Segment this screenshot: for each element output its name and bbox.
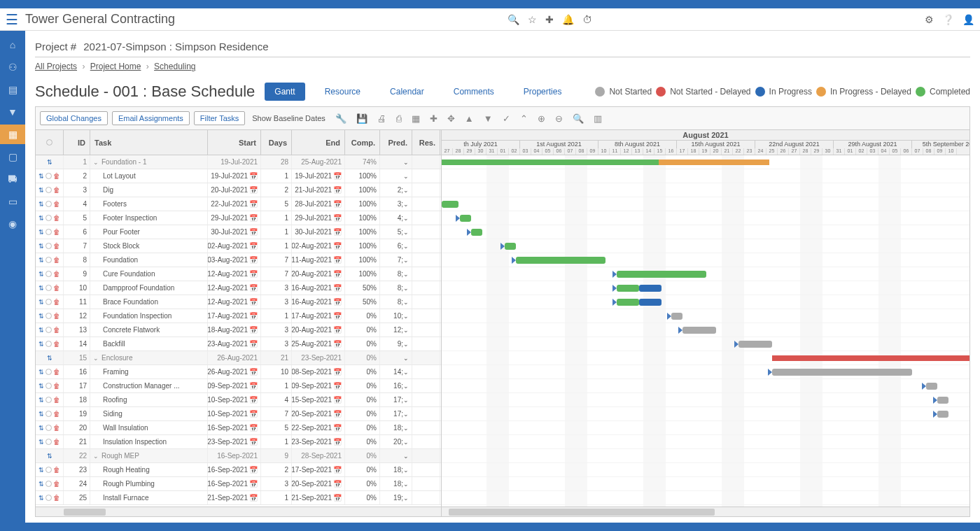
chevron-down-icon[interactable]: ⌄ bbox=[403, 201, 409, 208]
calendar-icon[interactable]: 📅 bbox=[249, 256, 258, 264]
task-pred[interactable]: 8;⌄ bbox=[380, 267, 412, 281]
search2-icon[interactable]: 🔍 bbox=[570, 113, 587, 124]
task-days[interactable]: 9 bbox=[261, 449, 292, 462]
task-res[interactable] bbox=[412, 365, 440, 378]
task-row[interactable]: ⇅🗑16Framing26-Aug-2021📅1008-Sep-2021📅0%1… bbox=[36, 365, 441, 379]
calendar-icon[interactable]: 📅 bbox=[333, 186, 342, 194]
task-end[interactable]: 16-Aug-2021📅 bbox=[292, 295, 345, 309]
calendar-icon[interactable]: 📅 bbox=[333, 368, 342, 376]
menu-icon[interactable]: ☰ bbox=[6, 11, 18, 28]
user-icon[interactable]: 👤 bbox=[962, 14, 974, 25]
task-start[interactable]: 30-Jul-2021📅 bbox=[208, 225, 261, 239]
task-comp[interactable]: 0% bbox=[345, 449, 380, 462]
select-radio[interactable] bbox=[46, 201, 52, 207]
reorder-icon[interactable]: ⇅ bbox=[38, 369, 44, 376]
select-radio[interactable] bbox=[46, 187, 52, 193]
trash-icon[interactable]: 🗑 bbox=[53, 270, 60, 278]
down-icon[interactable]: ▼ bbox=[481, 113, 496, 124]
collapse-icon[interactable]: ⌃ bbox=[517, 113, 531, 124]
plus-icon[interactable]: ✚ bbox=[545, 14, 554, 25]
calendar-icon[interactable]: 📅 bbox=[249, 480, 258, 488]
task-end[interactable]: 22-Sep-2021📅 bbox=[292, 421, 345, 434]
reorder-icon[interactable]: ⇅ bbox=[38, 299, 44, 306]
select-radio[interactable] bbox=[46, 299, 52, 305]
select-radio[interactable] bbox=[46, 341, 52, 347]
task-res[interactable] bbox=[412, 323, 440, 337]
task-start[interactable]: 19-Jul-2021 bbox=[208, 155, 261, 169]
calendar-icon[interactable]: 📅 bbox=[249, 466, 258, 474]
calendar-icon[interactable]: 📅 bbox=[333, 326, 342, 334]
task-name[interactable]: Siding bbox=[90, 407, 208, 420]
calendar-icon[interactable]: 📅 bbox=[249, 410, 258, 418]
select-radio[interactable] bbox=[46, 495, 52, 501]
gantt-bar[interactable] bbox=[460, 215, 471, 222]
reorder-icon[interactable]: ⇅ bbox=[47, 453, 52, 460]
task-start[interactable]: 21-Sep-2021📅 bbox=[208, 491, 261, 504]
task-pred[interactable]: 6;⌄ bbox=[380, 239, 412, 253]
task-start[interactable]: 10-Sep-2021📅 bbox=[208, 407, 261, 420]
task-start[interactable]: 19-Jul-2021📅 bbox=[208, 169, 261, 183]
gantt-bar[interactable] bbox=[617, 271, 706, 278]
chevron-down-icon[interactable]: ⌄ bbox=[403, 495, 409, 502]
calendar-icon[interactable]: 📅 bbox=[333, 270, 342, 278]
calendar-icon[interactable]: 📅 bbox=[249, 340, 258, 348]
gantt-bar[interactable] bbox=[772, 355, 969, 361]
task-comp[interactable]: 100% bbox=[345, 239, 380, 253]
task-name[interactable]: Foundation bbox=[90, 253, 208, 267]
trash-icon[interactable]: 🗑 bbox=[53, 438, 60, 446]
task-days[interactable]: 3 bbox=[261, 477, 292, 490]
task-start[interactable]: 23-Sep-2021📅 bbox=[208, 435, 261, 448]
calendar-icon[interactable]: 📅 bbox=[333, 480, 342, 488]
sidebar-schedule-icon[interactable]: ▦ bbox=[0, 125, 25, 144]
select-radio[interactable] bbox=[46, 285, 52, 291]
sidebar-filter-icon[interactable]: ▼ bbox=[0, 102, 25, 122]
trash-icon[interactable]: 🗑 bbox=[53, 494, 60, 502]
task-res[interactable] bbox=[412, 155, 440, 169]
task-row[interactable]: ⇅1⌄Foundation - 119-Jul-20212825-Aug-202… bbox=[36, 155, 441, 169]
reorder-icon[interactable]: ⇅ bbox=[38, 481, 44, 488]
calendar-icon[interactable]: 📅 bbox=[249, 298, 258, 306]
task-end[interactable]: 23-Sep-2021📅 bbox=[292, 435, 345, 448]
task-comp[interactable]: 74% bbox=[345, 155, 380, 169]
calendar-icon[interactable]: 📅 bbox=[333, 396, 342, 404]
chevron-down-icon[interactable]: ⌄ bbox=[403, 355, 409, 362]
gantt-bar[interactable] bbox=[617, 285, 639, 292]
task-start[interactable]: 16-Sep-2021📅 bbox=[208, 463, 261, 476]
task-days[interactable]: 5 bbox=[261, 197, 292, 211]
reorder-icon[interactable]: ⇅ bbox=[47, 159, 52, 166]
task-name[interactable]: Install Furnace bbox=[90, 491, 208, 504]
gantt-bar[interactable] bbox=[671, 313, 682, 320]
task-end[interactable]: 25-Aug-2021 bbox=[292, 155, 345, 169]
gantt-bar[interactable] bbox=[516, 257, 606, 264]
chevron-down-icon[interactable]: ⌄ bbox=[403, 187, 409, 194]
task-end[interactable]: 29-Jul-2021📅 bbox=[292, 211, 345, 225]
task-comp[interactable]: 0% bbox=[345, 337, 380, 351]
task-days[interactable]: 3 bbox=[261, 295, 292, 309]
task-res[interactable] bbox=[412, 211, 440, 225]
chevron-down-icon[interactable]: ⌄ bbox=[403, 467, 409, 474]
trash-icon[interactable]: 🗑 bbox=[53, 466, 60, 474]
calendar-icon[interactable]: 📅 bbox=[249, 172, 258, 180]
task-name[interactable]: ⌄Foundation - 1 bbox=[90, 155, 208, 169]
chevron-down-icon[interactable]: ⌄ bbox=[403, 341, 409, 348]
task-pred[interactable]: 17;⌄ bbox=[380, 407, 412, 420]
task-end[interactable]: 20-Aug-2021📅 bbox=[292, 267, 345, 281]
email-assignments-button[interactable]: Email Assignments bbox=[112, 111, 190, 125]
task-end[interactable]: 28-Jul-2021📅 bbox=[292, 197, 345, 211]
task-start[interactable]: 20-Jul-2021📅 bbox=[208, 183, 261, 197]
task-res[interactable] bbox=[412, 183, 440, 197]
reorder-icon[interactable]: ⇅ bbox=[38, 327, 44, 334]
select-radio[interactable] bbox=[46, 369, 52, 375]
task-name[interactable]: Wall Insulation bbox=[90, 421, 208, 434]
task-name[interactable]: Footer Inspection bbox=[90, 211, 208, 225]
task-days[interactable]: 5 bbox=[261, 421, 292, 434]
task-res[interactable] bbox=[412, 463, 440, 476]
chevron-down-icon[interactable]: ⌄ bbox=[403, 229, 409, 236]
gantt-bar[interactable] bbox=[617, 299, 639, 306]
gantt-bar[interactable] bbox=[937, 411, 948, 418]
reorder-icon[interactable]: ⇅ bbox=[47, 355, 52, 362]
reorder-icon[interactable]: ⇅ bbox=[38, 383, 44, 390]
task-pred[interactable]: 7;⌄ bbox=[380, 253, 412, 267]
chevron-down-icon[interactable]: ⌄ bbox=[403, 383, 409, 390]
task-res[interactable] bbox=[412, 169, 440, 183]
